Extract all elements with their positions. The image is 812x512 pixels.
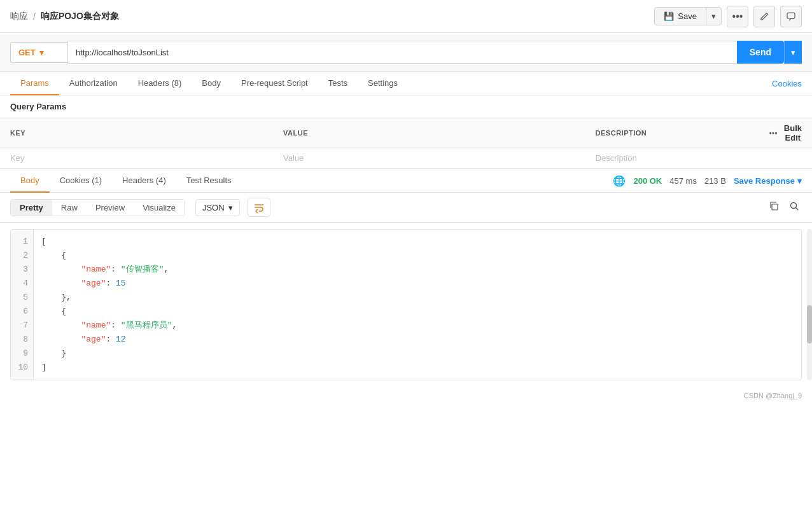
format-pretty[interactable]: Pretty [11, 200, 52, 216]
response-tabs: Body Cookies (1) Headers (4) Test Result… [0, 169, 812, 193]
code-area-container: 1 2 3 4 5 6 7 8 9 10 [ { "name": "传智播客",… [0, 229, 812, 380]
search-icon-button[interactable] [787, 198, 802, 216]
code-line-2: { [41, 249, 801, 263]
breadcrumb-item-1: 响应 [10, 11, 28, 22]
line-num-7: 7 [11, 319, 33, 333]
code-line-7: "name": "黑马程序员", [41, 319, 801, 333]
save-button-group[interactable]: 💾 Save ▾ [654, 7, 722, 25]
line-num-3: 3 [11, 263, 33, 277]
svg-rect-1 [772, 204, 778, 210]
response-tab-body[interactable]: Body [10, 169, 50, 193]
line-num-10: 10 [11, 361, 33, 375]
tab-pre-request[interactable]: Pre-request Script [231, 72, 318, 95]
response-body-toolbar: Pretty Raw Preview Visualize JSON ▾ [0, 193, 812, 223]
chat-icon-button[interactable] [780, 6, 802, 27]
more-options-button[interactable]: ••• [727, 6, 748, 27]
chat-icon [786, 11, 796, 22]
send-button[interactable]: Send [737, 41, 784, 64]
save-icon: 💾 [664, 11, 674, 21]
response-tab-headers[interactable]: Headers (4) [112, 169, 176, 193]
th-key: KEY [0, 118, 273, 148]
tab-body[interactable]: Body [192, 72, 231, 95]
tab-authorization[interactable]: Authorization [59, 72, 128, 95]
breadcrumb-title: 响应POJO集合对象 [41, 11, 119, 22]
watermark: CSDN @Zhangj_9 [0, 387, 812, 405]
save-response-chevron: ▾ [797, 176, 802, 186]
th-value: VALUE [273, 118, 585, 148]
response-tab-test-results[interactable]: Test Results [176, 169, 242, 193]
save-response-button[interactable]: Save Response ▾ [734, 176, 802, 186]
method-label: GET [18, 48, 36, 57]
line-num-2: 2 [11, 249, 33, 263]
copy-icon [769, 201, 779, 211]
send-group: Send ▾ [737, 41, 802, 64]
value-cell[interactable]: Value [273, 148, 585, 169]
send-dropdown-button[interactable]: ▾ [784, 41, 802, 64]
svg-rect-0 [787, 13, 795, 18]
params-table: KEY VALUE DESCRIPTION ••• Bulk Edit Key … [0, 118, 812, 169]
tab-headers[interactable]: Headers (8) [128, 72, 192, 95]
method-selector[interactable]: GET ▾ [10, 42, 67, 63]
bulk-edit-button[interactable]: Bulk Edit [784, 123, 802, 142]
action-cell [759, 148, 812, 169]
tab-tests[interactable]: Tests [318, 72, 358, 95]
tab-params[interactable]: Params [10, 72, 59, 95]
line-num-5: 5 [11, 291, 33, 305]
vertical-scrollbar[interactable] [807, 229, 812, 380]
format-preview[interactable]: Preview [87, 200, 134, 216]
line-num-1: 1 [11, 235, 33, 249]
request-tabs: Params Authorization Headers (8) Body Pr… [0, 72, 812, 95]
url-input[interactable] [67, 41, 737, 64]
code-editor: 1 2 3 4 5 6 7 8 9 10 [ { "name": "传智播客",… [10, 229, 802, 380]
wrap-button[interactable] [248, 198, 270, 217]
save-label: Save [678, 11, 697, 21]
code-line-8: "age": 12 [41, 333, 801, 347]
line-num-4: 4 [11, 277, 33, 291]
code-line-5: }, [41, 291, 801, 305]
format-visualize[interactable]: Visualize [134, 200, 185, 216]
breadcrumb: 响应 / 响应POJO集合对象 [10, 11, 119, 22]
breadcrumb-separator: / [33, 11, 36, 22]
cookies-link[interactable]: Cookies [772, 73, 802, 95]
th-actions: ••• Bulk Edit [759, 118, 812, 148]
status-ok: 200 OK [633, 176, 662, 186]
line-num-8: 8 [11, 333, 33, 347]
query-params-label: Query Params [0, 95, 812, 118]
method-dropdown-icon: ▾ [39, 48, 44, 57]
more-params-icon[interactable]: ••• [769, 129, 778, 137]
svg-point-2 [791, 203, 797, 209]
line-num-6: 6 [11, 305, 33, 319]
format-raw[interactable]: Raw [52, 200, 87, 216]
json-type-label: JSON [202, 203, 225, 212]
line-num-9: 9 [11, 347, 33, 361]
code-content[interactable]: [ { "name": "传智播客", "age": 15 }, { "name… [34, 230, 801, 380]
request-bar: GET ▾ Send ▾ [0, 33, 812, 72]
format-tabs: Pretty Raw Preview Visualize [10, 199, 185, 216]
globe-icon: 🌐 [613, 175, 626, 187]
save-dropdown-button[interactable]: ▾ [706, 8, 721, 25]
key-cell[interactable]: Key [0, 148, 273, 169]
code-line-6: { [41, 305, 801, 319]
desc-cell[interactable]: Description [585, 148, 759, 169]
response-status-bar: 🌐 200 OK 457 ms 213 B Save Response ▾ [613, 175, 802, 187]
json-type-selector[interactable]: JSON ▾ [195, 199, 240, 216]
tab-settings[interactable]: Settings [358, 72, 408, 95]
search-icon [789, 201, 799, 211]
save-response-label: Save Response [734, 176, 795, 186]
edit-icon-button[interactable] [753, 6, 775, 27]
top-bar-actions: 💾 Save ▾ ••• [654, 6, 802, 27]
code-line-4: "age": 15 [41, 277, 801, 291]
code-line-9: } [41, 347, 801, 361]
table-row: Key Value Description [0, 148, 812, 169]
scrollbar-thumb[interactable] [807, 305, 812, 343]
copy-icon-button[interactable] [766, 198, 781, 216]
th-description: DESCRIPTION [585, 118, 759, 148]
svg-line-3 [796, 208, 799, 211]
response-tab-cookies[interactable]: Cookies (1) [50, 169, 112, 193]
json-type-chevron: ▾ [228, 203, 233, 212]
status-time: 457 ms [669, 176, 697, 186]
save-main-button[interactable]: 💾 Save [655, 8, 706, 25]
key-placeholder: Key [10, 153, 24, 163]
top-bar: 响应 / 响应POJO集合对象 💾 Save ▾ ••• [0, 0, 812, 33]
send-label: Send [750, 47, 771, 57]
